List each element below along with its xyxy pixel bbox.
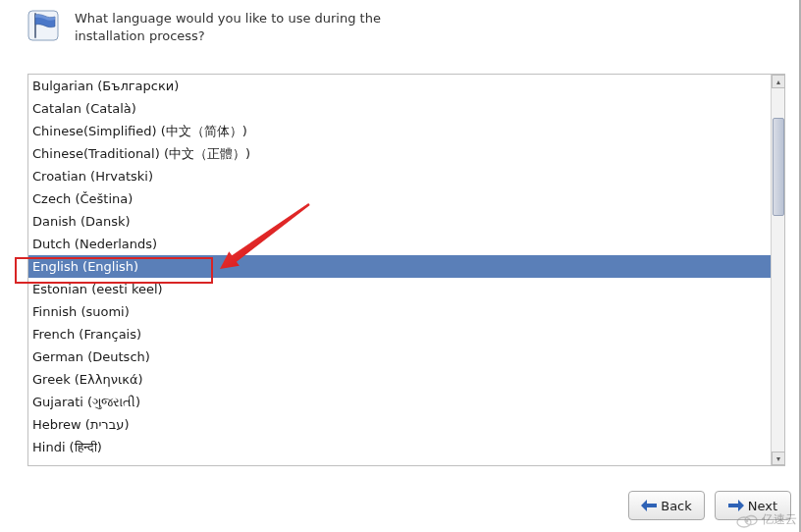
language-option[interactable]: Dutch (Nederlands) xyxy=(28,233,771,255)
language-list[interactable]: Bulgarian (Български)Catalan (Català)Chi… xyxy=(28,75,771,465)
scroll-up-button[interactable]: ▴ xyxy=(772,75,785,88)
language-option[interactable]: Estonian (eesti keel) xyxy=(28,278,771,300)
language-option[interactable]: English (English) xyxy=(28,255,771,278)
nav-buttons: Back Next xyxy=(628,491,791,520)
language-option[interactable]: Czech (Čeština) xyxy=(28,187,771,210)
scroll-thumb[interactable] xyxy=(773,118,784,216)
next-button-label: Next xyxy=(748,499,777,513)
language-option[interactable]: Greek (Ελληνικά) xyxy=(28,368,771,391)
back-button[interactable]: Back xyxy=(628,491,705,520)
language-option[interactable]: Bulgarian (Български) xyxy=(28,75,771,97)
language-option[interactable]: Gujarati (ગુજરાતી) xyxy=(28,391,771,413)
next-button[interactable]: Next xyxy=(715,491,791,520)
next-arrow-icon xyxy=(728,500,744,511)
language-option[interactable]: Hebrew (עברית) xyxy=(28,413,771,436)
language-option[interactable]: Catalan (Català) xyxy=(28,97,771,120)
language-option[interactable]: German (Deutsch) xyxy=(28,346,771,368)
language-option[interactable]: Danish (Dansk) xyxy=(28,210,771,233)
language-option[interactable]: Chinese(Traditional) (中文（正體）) xyxy=(28,142,771,165)
language-option[interactable]: Croatian (Hrvatski) xyxy=(28,165,771,187)
header: What language would you like to use duri… xyxy=(0,0,801,52)
scroll-down-button[interactable]: ▾ xyxy=(772,452,785,465)
language-option[interactable]: Chinese(Simplified) (中文（简体）) xyxy=(28,120,771,142)
installer-prompt: What language would you like to use duri… xyxy=(75,8,408,44)
scrollbar[interactable]: ▴ ▾ xyxy=(771,75,784,465)
back-button-label: Back xyxy=(661,499,692,513)
language-option[interactable]: Finnish (suomi) xyxy=(28,300,771,323)
language-list-container: Bulgarian (Български)Catalan (Català)Chi… xyxy=(27,74,785,466)
language-option[interactable]: French (Français) xyxy=(28,323,771,346)
back-arrow-icon xyxy=(641,500,657,511)
flag-icon xyxy=(26,8,61,43)
language-option[interactable]: Hindi (हिन्दी) xyxy=(28,436,771,458)
